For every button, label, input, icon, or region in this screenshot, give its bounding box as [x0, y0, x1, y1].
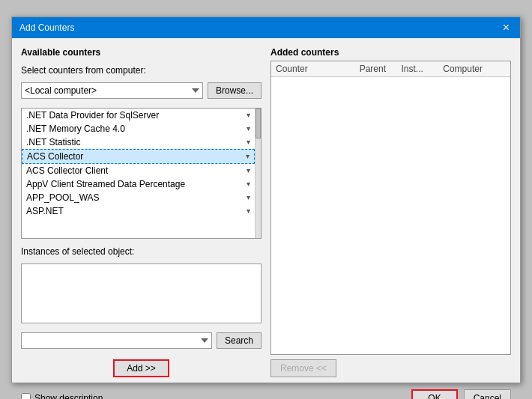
- select-from-label: Select counters from computer:: [21, 65, 262, 76]
- show-description-row: Show description: [21, 393, 103, 400]
- instances-label: Instances of selected object:: [21, 246, 262, 257]
- list-item[interactable]: .NET Memory Cache 4.0▾: [22, 122, 255, 135]
- remove-button-row: Remove <<: [270, 359, 511, 377]
- dropdown-arrow-icon: ▾: [247, 166, 250, 174]
- browse-button[interactable]: Browse...: [208, 82, 262, 99]
- two-columns-layout: Available counters Select counters from …: [21, 47, 511, 377]
- dropdown-arrow-icon: ▾: [247, 180, 250, 188]
- dropdown-arrow-icon: ▾: [247, 207, 250, 215]
- bottom-row: Show description OK Cancel: [21, 385, 511, 400]
- counters-list-container: .NET Data Provider for SqlServer▾.NET Me…: [21, 108, 262, 239]
- search-button[interactable]: Search: [217, 332, 262, 349]
- counters-list: .NET Data Provider for SqlServer▾.NET Me…: [22, 109, 255, 238]
- list-item-text: .NET Statistic: [26, 137, 244, 147]
- dropdown-arrow-icon: ▾: [247, 138, 250, 146]
- add-button[interactable]: Add >>: [113, 359, 169, 377]
- col-counter: Counter: [276, 64, 360, 74]
- added-counters-label: Added counters: [270, 47, 511, 58]
- scrollbar-thumb[interactable]: [256, 109, 261, 138]
- right-panel: Added counters Counter Parent Inst... Co…: [270, 47, 511, 377]
- computer-select[interactable]: <Local computer>: [21, 82, 203, 99]
- col-inst: Inst...: [401, 64, 443, 74]
- dropdown-arrow-icon: ▾: [247, 111, 250, 119]
- show-description-label[interactable]: Show description: [34, 393, 103, 400]
- added-counters-table: Counter Parent Inst... Computer: [270, 61, 511, 355]
- left-panel: Available counters Select counters from …: [21, 47, 262, 377]
- close-button[interactable]: ×: [500, 22, 513, 34]
- list-item[interactable]: .NET Data Provider for SqlServer▾: [22, 109, 255, 122]
- dropdown-arrow-icon: ▾: [247, 193, 250, 201]
- col-computer: Computer: [443, 64, 506, 74]
- available-counters-label: Available counters: [21, 47, 262, 58]
- list-item-text: ACS Collector Client: [26, 165, 244, 176]
- search-select[interactable]: [21, 332, 212, 349]
- cancel-button[interactable]: Cancel: [464, 389, 511, 400]
- list-item[interactable]: APP_POOL_WAS▾: [22, 191, 255, 204]
- dialog-title: Add Counters: [19, 22, 74, 33]
- list-item[interactable]: ACS Collector Client▾: [22, 164, 255, 177]
- show-description-checkbox[interactable]: [21, 393, 31, 399]
- col-parent: Parent: [360, 64, 402, 74]
- list-item[interactable]: .NET Statistic▾: [22, 135, 255, 149]
- list-item[interactable]: ASP.NET▾: [22, 204, 255, 218]
- instances-box: [21, 264, 262, 323]
- list-item[interactable]: AppV Client Streamed Data Percentage▾: [22, 177, 255, 191]
- list-item-text: ACS Collector: [27, 151, 243, 162]
- list-item-text: .NET Data Provider for SqlServer: [26, 110, 244, 121]
- dropdown-arrow-icon: ▾: [247, 124, 250, 133]
- list-item-text: APP_POOL_WAS: [26, 192, 244, 203]
- search-row: Search: [21, 332, 262, 349]
- table-header: Counter Parent Inst... Computer: [271, 61, 510, 77]
- add-counters-dialog: Add Counters × Available counters Select…: [11, 16, 521, 383]
- dropdown-arrow-icon: ▾: [246, 152, 250, 160]
- list-item-text: .NET Memory Cache 4.0: [26, 124, 244, 134]
- scrollbar-track: [255, 109, 261, 238]
- list-item[interactable]: ACS Collector▾: [22, 149, 255, 164]
- remove-button[interactable]: Remove <<: [270, 359, 336, 377]
- dialog-body: Available counters Select counters from …: [12, 38, 520, 383]
- computer-row: <Local computer> Browse...: [21, 82, 262, 99]
- add-button-row: Add >>: [21, 359, 262, 377]
- title-bar: Add Counters ×: [12, 17, 520, 38]
- list-item-text: AppV Client Streamed Data Percentage: [26, 179, 244, 189]
- ok-cancel-row: OK Cancel: [411, 389, 511, 400]
- list-item-text: ASP.NET: [26, 206, 244, 216]
- ok-button[interactable]: OK: [411, 389, 457, 400]
